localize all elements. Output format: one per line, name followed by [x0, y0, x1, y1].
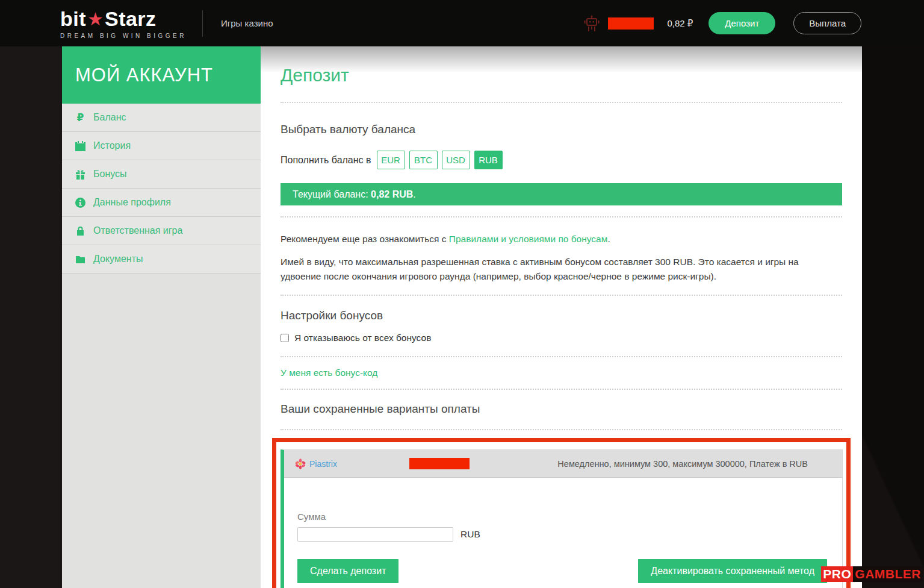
choose-currency-heading: Выбрать валюту баланса: [281, 123, 842, 136]
sidebar-item-label: Документы: [93, 254, 143, 264]
refuse-bonuses-row: Я отказываюсь от всех бонусов: [281, 333, 842, 343]
calendar-icon: [75, 141, 85, 151]
header-balance: 0,82 ₽: [667, 18, 693, 29]
main-panel: Депозит Выбрать валюту баланса Пополнить…: [261, 46, 862, 588]
deactivate-method-button[interactable]: Деактивировать сохраненный метод: [638, 559, 827, 583]
header-divider: [202, 10, 203, 37]
piastrix-limits: Немедленно, минимум 300, максимум 300000…: [557, 459, 808, 469]
highlight-annotation-box: Piastrix Немедленно, минимум 300, максим…: [272, 438, 851, 588]
bitstarz-logo[interactable]: bit ★ Starz DREAM BIG WIN BIGGER: [60, 7, 187, 39]
username-censor-block: [608, 17, 654, 30]
currency-button-btc[interactable]: BTC: [409, 151, 438, 169]
sidebar-item-profile-data[interactable]: Данные профиля: [62, 189, 261, 217]
payout-button[interactable]: Выплата: [793, 12, 861, 34]
bonus-terms-text: Рекомендуем еще раз ознакомиться с: [281, 234, 449, 244]
piastrix-flower-icon: [295, 458, 306, 469]
deposit-button[interactable]: Депозит: [709, 12, 775, 34]
sidebar-item-responsible-gaming[interactable]: Ответственная игра: [62, 217, 261, 245]
star-icon: ★: [87, 10, 104, 28]
balance-banner-suffix: .: [413, 189, 415, 199]
divider: [281, 389, 842, 390]
currency-button-usd[interactable]: USD: [442, 151, 470, 169]
currency-button-eur[interactable]: EUR: [377, 151, 405, 169]
amount-input[interactable]: [297, 527, 453, 542]
bonus-terms-period: .: [607, 234, 610, 244]
robot-avatar-icon[interactable]: [584, 14, 600, 33]
divider: [281, 429, 842, 430]
balance-banner-prefix: Текущий баланс:: [293, 189, 371, 199]
piastrix-payment-method: Piastrix Немедленно, минимум 300, максим…: [281, 449, 843, 588]
ruble-icon: ₽: [75, 113, 85, 123]
account-censor-block: [409, 458, 470, 469]
sidebar-title: МОЙ АККАУНТ: [62, 46, 261, 104]
amount-label: Сумма: [297, 511, 827, 522]
topup-label: Пополнить баланс в: [281, 155, 371, 166]
account-sidebar: МОЙ АККАУНТ ₽ Баланс История Бонусы Данн…: [62, 46, 261, 588]
divider: [281, 102, 842, 103]
lock-icon: [75, 226, 85, 236]
logo-text-bit: bit: [60, 7, 86, 31]
folder-icon: [75, 254, 85, 264]
currency-selector: Пополнить баланс в EUR BTC USD RUB: [281, 151, 842, 169]
piastrix-logo: Piastrix: [295, 458, 337, 469]
info-icon: [75, 198, 85, 208]
piastrix-deposit-form: Сумма RUB Сделать депозит Деактивировать…: [284, 478, 842, 588]
gift-icon: [75, 169, 85, 180]
progambler-watermark: PRO GAMBLER: [821, 566, 923, 582]
bonus-terms-link[interactable]: Правилами и условиями по бонусам: [449, 234, 608, 244]
sidebar-item-balance[interactable]: ₽ Баланс: [62, 104, 261, 132]
balance-banner-amount: 0,82 RUB: [371, 189, 413, 199]
max-bet-note: Имей в виду, что максимальная разрешенна…: [281, 255, 831, 284]
sidebar-item-documents[interactable]: Документы: [62, 245, 261, 274]
amount-currency: RUB: [460, 529, 480, 540]
refuse-bonuses-checkbox[interactable]: [281, 334, 289, 342]
make-deposit-button[interactable]: Сделать депозит: [297, 559, 398, 583]
divider: [281, 216, 842, 217]
top-header: bit ★ Starz DREAM BIG WIN BIGGER Игры ка…: [0, 0, 924, 46]
current-balance-banner: Текущий баланс: 0,82 RUB.: [281, 183, 842, 205]
bonus-terms-paragraph: Рекомендуем еще раз ознакомиться с Прави…: [281, 232, 842, 246]
saved-methods-heading: Ваши сохраненные варианты оплаты: [281, 402, 842, 416]
sidebar-item-label: Данные профиля: [93, 197, 171, 208]
sidebar-item-label: Баланс: [93, 112, 126, 123]
logo-text-starz: Starz: [105, 7, 157, 31]
sidebar-item-label: Бонусы: [93, 169, 127, 180]
sidebar-item-history[interactable]: История: [62, 132, 261, 160]
watermark-gambler: GAMBLER: [853, 566, 923, 582]
sidebar-item-bonuses[interactable]: Бонусы: [62, 160, 261, 189]
page-title: Депозит: [281, 46, 842, 86]
logo-tagline: DREAM BIG WIN BIGGER: [60, 33, 187, 39]
divider: [281, 356, 842, 357]
refuse-bonuses-label[interactable]: Я отказываюсь от всех бонусов: [294, 333, 431, 343]
sidebar-item-label: История: [93, 140, 131, 151]
bonus-code-link[interactable]: У меня есть бонус-код: [281, 367, 377, 378]
currency-button-rub[interactable]: RUB: [474, 151, 503, 169]
watermark-pro: PRO: [821, 566, 853, 582]
sidebar-item-label: Ответственная игра: [93, 225, 182, 236]
bonus-settings-heading: Настройки бонусов: [281, 309, 842, 322]
piastrix-header[interactable]: Piastrix Немедленно, минимум 300, максим…: [284, 450, 842, 478]
divider: [281, 295, 842, 296]
piastrix-name: Piastrix: [309, 459, 337, 469]
nav-games-casino[interactable]: Игры казино: [221, 18, 273, 28]
